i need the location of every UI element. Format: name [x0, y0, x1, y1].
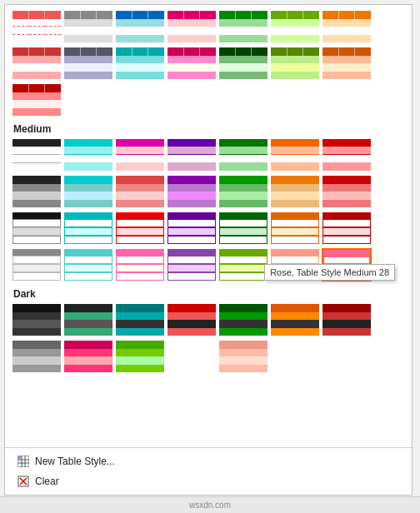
list-item[interactable] — [218, 212, 268, 245]
empty-cell — [270, 340, 320, 373]
list-item[interactable] — [218, 138, 268, 172]
list-item[interactable] — [115, 47, 165, 80]
dark-section: Dark — [12, 288, 405, 373]
clear-button[interactable]: Clear — [12, 471, 405, 491]
list-item[interactable] — [270, 10, 320, 43]
bottom-buttons-area: New Table Style... Clear — [5, 447, 412, 495]
list-item[interactable] — [322, 138, 372, 172]
list-item[interactable] — [167, 47, 217, 80]
list-item[interactable] — [115, 340, 165, 373]
list-item[interactable] — [167, 138, 217, 172]
style-row — [12, 83, 405, 117]
list-item[interactable] — [63, 248, 113, 281]
style-row — [12, 47, 405, 80]
style-row — [12, 10, 405, 43]
list-item[interactable] — [322, 212, 372, 245]
medium-section: Medium — [12, 123, 405, 281]
list-item[interactable] — [270, 212, 320, 245]
list-item[interactable] — [63, 340, 113, 373]
list-item[interactable] — [218, 175, 268, 208]
empty-cell — [167, 83, 217, 117]
list-item[interactable] — [63, 10, 113, 43]
section-label-medium: Medium — [12, 123, 405, 135]
style-row — [12, 340, 405, 373]
list-item[interactable] — [63, 138, 113, 172]
list-item[interactable] — [115, 212, 165, 245]
style-row — [12, 303, 405, 336]
list-item[interactable] — [270, 47, 320, 80]
list-item[interactable] — [322, 175, 372, 208]
list-item[interactable] — [63, 175, 113, 208]
list-item-rose-medium-28[interactable] — [322, 248, 372, 281]
empty-cell — [115, 83, 165, 117]
new-table-style-label: New Table Style... — [35, 456, 115, 467]
list-item[interactable] — [218, 303, 268, 336]
new-table-style-button[interactable]: New Table Style... — [12, 451, 405, 471]
list-item[interactable] — [167, 248, 217, 281]
style-row — [12, 248, 405, 281]
list-item[interactable] — [322, 47, 372, 80]
section-label-dark: Dark — [12, 288, 405, 300]
style-row — [12, 175, 405, 208]
list-item[interactable] — [167, 10, 217, 43]
list-item[interactable] — [63, 47, 113, 80]
list-item[interactable] — [12, 47, 62, 80]
list-item[interactable] — [12, 303, 62, 336]
list-item[interactable] — [115, 138, 165, 172]
svg-rect-5 — [18, 456, 22, 460]
list-item[interactable] — [115, 10, 165, 43]
list-item[interactable] — [218, 47, 268, 80]
list-item[interactable] — [63, 212, 113, 245]
list-item[interactable] — [270, 248, 320, 281]
empty-cell — [322, 340, 372, 373]
list-item[interactable] — [63, 303, 113, 336]
list-item[interactable] — [115, 303, 165, 336]
list-item[interactable] — [12, 138, 62, 172]
clear-label: Clear — [35, 476, 59, 487]
list-item[interactable] — [270, 175, 320, 208]
list-item[interactable] — [270, 303, 320, 336]
empty-cell — [270, 83, 320, 117]
list-item[interactable] — [12, 10, 62, 43]
clear-icon — [17, 475, 30, 488]
style-row — [12, 138, 405, 172]
list-item[interactable] — [12, 340, 62, 373]
watermark-bar: wsxdn.com — [0, 496, 420, 513]
light-section-continued — [12, 10, 405, 117]
list-item[interactable] — [115, 248, 165, 281]
empty-cell — [167, 340, 217, 373]
table-styles-panel: Medium — [4, 4, 412, 496]
list-item[interactable] — [115, 175, 165, 208]
list-item[interactable] — [322, 10, 372, 43]
list-item[interactable] — [167, 303, 217, 336]
list-item[interactable] — [12, 175, 62, 208]
list-item[interactable] — [167, 175, 217, 208]
list-item[interactable] — [218, 340, 268, 373]
styles-scroll-area[interactable]: Medium — [5, 5, 412, 447]
watermark-text: wsxdn.com — [189, 501, 231, 510]
table-grid-icon — [17, 455, 30, 468]
list-item[interactable] — [218, 248, 268, 281]
empty-cell — [218, 83, 268, 117]
style-row — [12, 212, 405, 245]
list-item[interactable] — [218, 10, 268, 43]
empty-cell — [63, 83, 113, 117]
list-item[interactable] — [12, 212, 62, 245]
list-item[interactable] — [322, 303, 372, 336]
list-item[interactable] — [167, 212, 217, 245]
list-item[interactable] — [12, 248, 62, 281]
empty-cell — [322, 83, 372, 117]
list-item[interactable] — [270, 138, 320, 172]
list-item[interactable] — [12, 83, 62, 117]
